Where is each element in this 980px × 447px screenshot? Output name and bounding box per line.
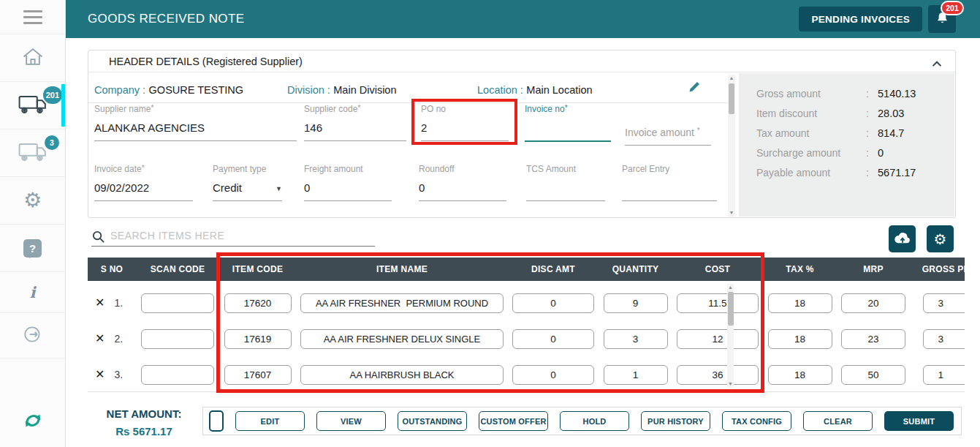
col-gross-price: GROSS PRICE	[910, 264, 965, 274]
gross-price-input[interactable]	[923, 365, 965, 385]
col-cost: COST	[672, 264, 763, 274]
scan-code-input[interactable]	[141, 329, 214, 349]
table-settings-button[interactable]: ⚙	[927, 225, 954, 252]
mrp-input[interactable]	[841, 293, 905, 313]
tcs-amount-value	[526, 181, 605, 195]
item-name-input[interactable]	[300, 329, 504, 349]
sidebar-item-settings[interactable]: ⚙	[0, 177, 65, 225]
delete-row-icon[interactable]: ✕	[95, 369, 105, 380]
custom-offer-button[interactable]: CUSTOM OFFER	[479, 411, 548, 431]
mrp-input[interactable]	[841, 329, 905, 349]
notifications-count-badge: 201	[941, 1, 964, 15]
edit-header-button[interactable]	[688, 80, 701, 97]
info-icon: i	[30, 283, 36, 301]
po-no-field[interactable]: PO no 2	[421, 104, 509, 141]
division-label: Division :	[287, 84, 330, 96]
scrollbar-thumb[interactable]	[728, 292, 734, 326]
roundoff-field[interactable]: Roundoff 0	[419, 164, 506, 201]
payment-type-select[interactable]: Payment type Credit▼	[213, 164, 282, 201]
refresh-button[interactable]	[0, 403, 65, 441]
supplier-code-field[interactable]: Supplier code* 146	[304, 104, 406, 141]
scroll-down-icon[interactable]: ▼	[727, 380, 734, 388]
supplier-code-label: Supplier code	[304, 104, 357, 114]
gross-price-input[interactable]	[923, 293, 965, 313]
cost-input[interactable]	[677, 293, 759, 313]
net-amount-value: Rs 5671.17	[96, 425, 191, 437]
sidebar-item-help[interactable]: ?	[0, 225, 65, 272]
tcs-amount-field[interactable]: TCS Amount	[526, 164, 605, 201]
table-scrollbar[interactable]: ▲ ▼	[727, 284, 734, 388]
active-item-indicator	[61, 84, 65, 127]
company-info: Company : GOSURE TESTING	[94, 83, 243, 97]
po-no-value: 2	[421, 121, 509, 135]
tax-input[interactable]	[768, 329, 832, 349]
invoice-no-field[interactable]: Invoice no*	[525, 104, 611, 142]
sidebar-item-dispatch[interactable]: 3	[0, 129, 65, 177]
disc-amt-input[interactable]	[512, 293, 594, 313]
goods-received-note-screen: 201 3 ⚙ ? i	[0, 0, 980, 447]
item-name-input[interactable]	[300, 365, 504, 385]
edit-button[interactable]: EDIT	[235, 411, 305, 431]
hold-button[interactable]: HOLD	[560, 411, 629, 431]
net-amount: NET AMOUNT: Rs 5671.17	[96, 407, 191, 437]
tax-config-button[interactable]: TAX CONFIG	[722, 411, 791, 431]
collapse-panel-button[interactable]	[930, 57, 943, 70]
summary-row-payable: Payable amount : 5671.17	[756, 167, 944, 179]
footer-checkbox-button[interactable]	[209, 410, 224, 432]
scroll-down-icon[interactable]: ▼	[728, 209, 735, 217]
invoice-no-label: Invoice no	[525, 104, 565, 114]
disc-amt-input[interactable]	[512, 329, 594, 349]
quantity-input[interactable]	[604, 329, 668, 349]
outstanding-button[interactable]: OUTSTANDING	[398, 411, 467, 431]
pur-history-button[interactable]: PUR HISTORY	[641, 411, 710, 431]
scan-code-input[interactable]	[141, 293, 214, 313]
company-label: Company :	[94, 84, 145, 96]
item-code-input[interactable]	[224, 329, 292, 349]
roundoff-label: Roundoff	[419, 164, 455, 174]
clear-button[interactable]: CLEAR	[803, 411, 873, 431]
tcs-amount-label: TCS Amount	[526, 164, 576, 174]
delete-row-icon[interactable]: ✕	[95, 333, 105, 345]
quantity-input[interactable]	[604, 365, 668, 385]
hamburger-menu-icon[interactable]	[0, 0, 65, 34]
location-info: Location : Main Location	[477, 83, 593, 97]
cost-input[interactable]	[677, 365, 759, 385]
freight-amount-field[interactable]: Freight amount 0	[304, 164, 392, 201]
tax-input[interactable]	[768, 365, 832, 385]
invoice-date-field[interactable]: Invoice date* 09/02/2022	[94, 164, 193, 201]
col-tax: TAX %	[763, 264, 837, 274]
sidebar-item-home[interactable]	[0, 34, 65, 82]
scroll-up-icon[interactable]: ▲	[728, 75, 735, 82]
item-name-input[interactable]	[300, 293, 504, 313]
net-amount-label: NET AMOUNT:	[96, 407, 191, 420]
table-row: ✕ 2.	[88, 321, 965, 356]
disc-amt-input[interactable]	[512, 365, 594, 385]
sidebar-item-info[interactable]: i	[0, 272, 65, 313]
upload-button[interactable]	[889, 225, 916, 252]
sidebar-item-goods-received[interactable]: 201	[0, 82, 65, 129]
mrp-input[interactable]	[841, 365, 905, 385]
submit-button[interactable]: SUBMIT	[884, 411, 954, 431]
item-code-input[interactable]	[224, 293, 292, 313]
quantity-input[interactable]	[604, 293, 668, 313]
cloud-upload-icon	[894, 230, 911, 247]
scrollbar-thumb[interactable]	[729, 83, 734, 114]
scan-code-input[interactable]	[141, 365, 214, 385]
supplier-name-field[interactable]: Supplier name* ALANKAR AGENCIES	[94, 104, 297, 141]
form-scrollbar[interactable]: ▲ ▼	[728, 75, 735, 217]
parcel-entry-field[interactable]: Parcel Entry	[622, 164, 717, 201]
delete-row-icon[interactable]: ✕	[95, 297, 105, 309]
sidebar-item-logout[interactable]	[0, 313, 65, 358]
view-button[interactable]: VIEW	[316, 411, 386, 431]
invoice-no-value	[525, 121, 611, 135]
invoice-amount-field[interactable]: Invoice amount *	[625, 104, 711, 146]
gross-price-input[interactable]	[923, 329, 965, 349]
summary-row-item-discount: Item discount : 28.03	[756, 108, 944, 119]
tax-input[interactable]	[768, 293, 832, 313]
scroll-up-icon[interactable]: ▲	[727, 284, 734, 291]
pending-invoices-button[interactable]: PENDING INVOICES	[799, 7, 922, 31]
item-code-input[interactable]	[224, 365, 292, 385]
search-items-input[interactable]	[91, 227, 375, 247]
parcel-entry-value	[622, 181, 717, 195]
cost-input[interactable]	[677, 329, 759, 349]
